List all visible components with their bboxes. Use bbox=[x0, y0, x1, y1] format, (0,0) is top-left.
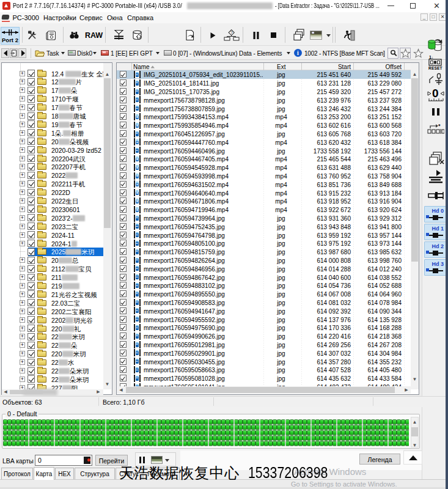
svg-text:*: * bbox=[438, 123, 441, 129]
svg-text:?: ? bbox=[230, 31, 233, 35]
